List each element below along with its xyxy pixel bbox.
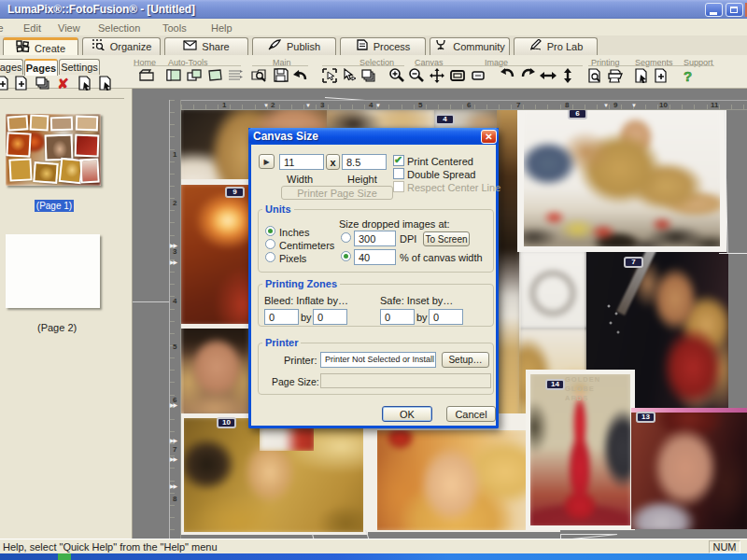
svg-text:?: ?	[684, 68, 692, 83]
